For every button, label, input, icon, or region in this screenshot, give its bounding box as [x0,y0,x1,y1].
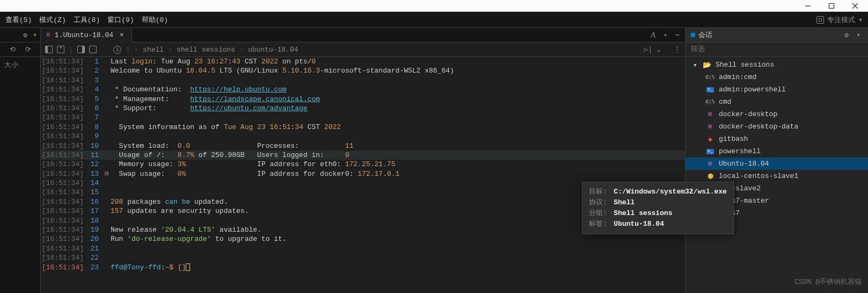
timestamp: [16:51:34] [41,76,83,85]
fold-icon [103,188,111,197]
line-text: System information as of Tue Aug 23 16:5… [111,123,685,132]
terminal-line: [16:51:34]2Welcome to Ubuntu 18.04.5 LTS… [41,66,685,75]
gear-icon[interactable]: ✿ [23,31,27,39]
tab-ubuntu[interactable]: ⌘ 1.Ubuntu-18.04 × [41,28,132,42]
tooltip-label: 目标: [589,187,610,197]
layout-copy-icon[interactable] [89,46,97,53]
menu-tools[interactable]: 工具(8) [74,15,100,25]
breadcrumb: › shell › shell sessions › ubuntu-18.04 [134,46,298,54]
line-text [111,253,685,262]
cmd-icon: C:\ [705,99,716,105]
terminal-line: [16:51:34]7 [41,113,685,122]
terminal[interactable]: [16:51:34]1Last login: Tue Aug 23 16:27:… [41,57,685,293]
session-item[interactable]: C:\cmd [685,96,868,108]
tooltip-row: 目标:C:/Windows/system32/wsl.exe [589,187,727,197]
line-number: 23 [83,263,103,272]
line-number: 14 [83,178,103,188]
session-item[interactable]: ⌘docker-desktop-data [685,120,868,133]
terminal-line: [16:51:34]10 System load: 0.0 Processes:… [41,141,685,151]
session-item[interactable]: ⬢local-centos-slave1 [685,170,868,182]
zen-mode-toggle[interactable]: 专注模式 ▾ [816,15,863,25]
left-gutter: ✿ ▾ ⟲ ⟳ 大小 [0,28,41,293]
line-text [111,244,685,253]
new-tab-icon[interactable] [57,46,64,53]
timestamp: [16:51:34] [41,160,83,169]
powershell-icon: >_ [706,149,714,154]
terminal-line: [16:51:34]3 [41,76,685,85]
session-label: Ubuntu-18.04 [719,160,769,168]
line-number: 11 [83,151,103,160]
timestamp: [16:51:34] [41,169,83,178]
layout-right-icon[interactable] [77,46,85,53]
minimize-button[interactable] [796,0,820,12]
sessions-title: 会话 [698,30,839,40]
close-button[interactable] [843,0,867,12]
chevron-down-icon[interactable]: ▾ [33,31,37,39]
line-number: 15 [83,188,103,197]
filter-input[interactable] [685,42,868,56]
line-number: 7 [83,113,103,122]
chevron-down-icon[interactable]: ▾ [854,31,863,39]
tooltip-row: 分组:Shell sessions [589,208,727,219]
session-item[interactable]: ⌘docker-desktop [685,108,868,120]
run-icon[interactable]: ▷| [644,45,653,54]
timestamp: [16:51:34] [41,234,83,244]
line-text: Memory usage: 3% IP address for eth0: 17… [111,160,685,169]
session-item[interactable]: ◆gitbash [685,133,868,145]
more-icon[interactable]: ⋯ [675,31,680,39]
main-area: ✿ ▾ ⟲ ⟳ 大小 ⌘ 1.Ubuntu-18.04 × A ＋ ⋯ [0,28,868,293]
session-item[interactable]: ⌘Ubuntu-18.04 [685,158,868,170]
sessions-panel: 会话 ✿ ▾ ▾📂Shell sessionsC:\admin:cmd>_adm… [685,28,868,293]
line-text [111,113,685,122]
menu-view[interactable]: 查看(S) [5,15,32,25]
sync-icon[interactable]: ⟲ [10,45,16,54]
terminal-line: [16:51:34]12 Memory usage: 3% IP address… [41,160,685,169]
menu-mode[interactable]: 模式(Z) [39,15,65,25]
line-number: 20 [83,234,103,244]
timestamp: [16:51:34] [41,151,83,160]
line-number: 12 [83,160,103,169]
font-icon[interactable]: A [651,31,655,40]
crumb-shell[interactable]: shell [143,46,164,54]
settings-icon[interactable]: ✿ [842,31,851,39]
sessions-folder[interactable]: ▾📂Shell sessions [685,59,868,71]
center-pane: ⌘ 1.Ubuntu-18.04 × A ＋ ⋯ | i | › shell [41,28,685,293]
timestamp: [16:51:34] [41,123,83,132]
tooltip-value: C:/Windows/system32/wsl.exe [614,187,727,197]
terminal-icon: ⌘ [708,110,712,119]
add-tab-icon[interactable]: ＋ [662,30,669,40]
session-label: cmd [719,98,731,106]
zen-icon [816,16,824,24]
menu-window[interactable]: 窗口(9) [107,15,134,25]
refresh-icon[interactable]: ⟳ [25,45,31,54]
timestamp: [16:51:34] [41,104,83,113]
terminal-line: [16:51:34]11 Usage of /: 8.7% of 250.98G… [41,151,685,160]
timestamp: [16:51:34] [41,178,83,188]
session-item[interactable]: >_admin:powershell [685,83,868,96]
git-icon: ◆ [708,135,712,144]
layout-left-icon[interactable] [45,46,53,53]
fold-icon [103,206,111,216]
maximize-button[interactable] [820,0,843,12]
session-item[interactable]: C:\admin:cmd [685,71,868,83]
fold-icon [103,253,111,262]
timestamp: [16:51:34] [41,206,83,216]
info-icon[interactable]: i [113,46,121,54]
kebab-menu-icon[interactable]: ⋮ [674,45,681,54]
sessions-filter[interactable] [685,42,868,56]
tab-close-icon[interactable]: × [118,31,126,39]
terminal-line: [16:51:34]21 [41,244,685,253]
fold-icon[interactable]: ⊟ [103,169,111,178]
timestamp: [16:51:34] [41,57,83,66]
session-item[interactable]: >_powershell [685,145,868,158]
line-number: 6 [83,104,103,113]
crumb-ubuntu[interactable]: ubuntu-18.04 [248,46,298,54]
folder-label: Shell sessions [716,61,774,69]
menu-help[interactable]: 帮助(0) [142,15,168,25]
line-number: 5 [83,95,103,104]
crumb-sessions[interactable]: shell sessions [177,46,235,54]
line-text: System load: 0.0 Processes: 11 [111,141,685,151]
line-text: Last login: Tue Aug 23 16:27:43 CST 2022… [111,57,685,66]
line-text: Swap usage: 0% IP address for docker0: 1… [111,169,685,178]
chevron-down-icon[interactable]: ⌄ [657,45,661,54]
